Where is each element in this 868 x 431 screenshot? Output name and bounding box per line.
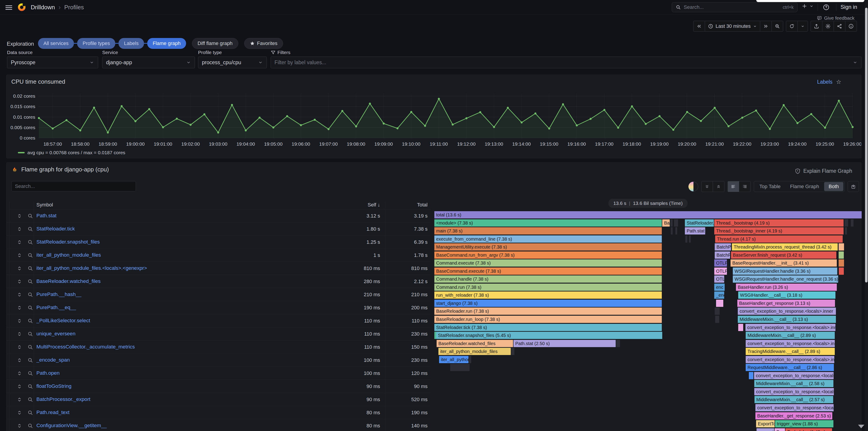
align-left-button[interactable] (728, 181, 739, 192)
row-search-icon[interactable] (27, 423, 33, 429)
row-expand-icon[interactable] (17, 370, 22, 376)
new-menu-button[interactable] (802, 3, 814, 9)
flame-frame[interactable]: Command.run (7.38 s) (434, 283, 662, 291)
table-row[interactable]: iter_all_python_module_files.<locals>.<g… (6, 262, 431, 275)
data-point[interactable] (93, 106, 95, 109)
flame-frame[interactable]: convert_exception_to_response.<locals>.i… (754, 372, 834, 379)
tab-diff-flame-graph[interactable]: Diff flame graph (192, 38, 238, 49)
symbol-link[interactable]: iter_all_python_module_files.<locals>.<g… (36, 265, 147, 271)
data-point[interactable] (314, 119, 316, 121)
color-scheme-button[interactable] (688, 182, 698, 191)
flame-frame-collapsed[interactable] (738, 324, 743, 331)
table-row[interactable]: BatchProcessor._export90 ms520 ms (6, 393, 431, 406)
row-expand-icon[interactable] (17, 423, 22, 429)
data-point[interactable] (424, 125, 426, 127)
row-search-icon[interactable] (27, 279, 33, 284)
data-point[interactable] (66, 119, 68, 121)
flame-frame-collapsed[interactable] (839, 259, 844, 267)
view-top-table[interactable]: Top Table (755, 182, 785, 191)
symbol-link[interactable]: iter_all_python_module_files (36, 252, 101, 258)
data-point[interactable] (755, 110, 757, 112)
data-point[interactable] (121, 105, 123, 107)
row-search-icon[interactable] (27, 239, 33, 245)
flame-frame[interactable]: iter_all_python_module_files.<locals>.<g… (439, 356, 468, 363)
symbol-link[interactable]: unique_everseen (36, 331, 75, 337)
table-row[interactable]: ConfigurationView.__getitem__80 ms140 ms (6, 419, 431, 431)
flame-frame[interactable]: MiddlewareMixin.__call__ (2.89 s) (746, 332, 835, 339)
symbol-link[interactable]: PurePath.__hash__ (36, 291, 82, 297)
collapse-all-button[interactable] (702, 181, 713, 192)
data-point[interactable] (521, 121, 523, 123)
flame-frame[interactable]: WSGIHandler.__call__ (3.18 s) (738, 291, 835, 299)
data-point[interactable] (852, 126, 854, 128)
table-row[interactable]: floatToGoString90 ms90 ms (6, 380, 431, 393)
data-point[interactable] (645, 123, 647, 125)
data-point[interactable] (493, 126, 495, 128)
column-self[interactable]: Self ↓ (368, 202, 380, 208)
breadcrumb-page[interactable]: Profiles (64, 4, 84, 11)
row-expand-icon[interactable] (17, 266, 22, 271)
flame-frame[interactable]: BaseReloader.watched_files (437, 340, 513, 347)
symbol-link[interactable]: ConfigurationView.__getitem__ (36, 423, 107, 429)
symbol-link[interactable]: Path.open (36, 370, 60, 376)
symbol-link[interactable]: StatReloader.tick (36, 226, 75, 232)
align-right-button[interactable] (739, 181, 750, 192)
flame-frame[interactable]: main (7.38 s) (434, 227, 662, 235)
data-point[interactable] (452, 123, 454, 125)
global-search[interactable]: ctrl+k (672, 2, 798, 12)
zoom-out-button[interactable] (772, 21, 783, 31)
flame-frame[interactable]: OTLP (714, 259, 727, 267)
flame-frame[interactable]: Task.delay (1.49 s) (785, 428, 832, 431)
data-point[interactable] (507, 107, 509, 109)
data-point[interactable] (438, 98, 440, 100)
flame-frame[interactable]: RequestMiddleware.__call__ (2.86 s) (746, 364, 834, 371)
row-expand-icon[interactable] (17, 344, 22, 350)
data-point[interactable] (190, 124, 192, 126)
time-shift-forward-button[interactable] (760, 21, 772, 31)
flame-frame[interactable]: ExportTo (756, 420, 775, 427)
data-point[interactable] (300, 124, 302, 126)
flame-frame[interactable]: OTLP (714, 268, 727, 275)
flame-frame[interactable]: trigger_view (1.88 s) (775, 420, 833, 427)
row-search-icon[interactable] (27, 226, 33, 232)
flame-frame-collapsed[interactable] (689, 236, 691, 243)
flame-frame-collapsed[interactable] (674, 219, 678, 226)
table-row[interactable]: unique_everseen110 ms230 ms (6, 328, 431, 341)
data-point[interactable] (397, 127, 399, 129)
flame-frame-collapsed[interactable] (839, 251, 844, 259)
data-point[interactable] (134, 120, 136, 122)
scroll-down-indicator[interactable] (858, 425, 864, 428)
flame-frame[interactable]: BaseHandler.get_response (3.13 s) (737, 300, 835, 307)
row-search-icon[interactable] (27, 410, 33, 415)
flame-frame[interactable]: Thread._bootstrap_inner (4.19 s) (714, 227, 844, 235)
flame-frame[interactable]: ManagementUtility.execute (7.38 s) (434, 243, 662, 251)
chart-legend[interactable]: avg cpu = 0.00768 cores / max = 0.0187 c… (18, 150, 125, 155)
flame-frame[interactable]: start_django (7.38 s) (434, 300, 662, 307)
data-point[interactable] (838, 100, 840, 102)
flame-frame[interactable]: Command.handle (7.38 s) (434, 275, 662, 283)
data-point[interactable] (410, 111, 412, 113)
table-row[interactable]: StatReloader.tick1.80 s7.38 s (6, 222, 431, 236)
table-row[interactable]: StatReloader.snapshot_files1.25 s6.39 s (6, 236, 431, 249)
tab-labels[interactable]: Labels (119, 38, 144, 49)
view-both[interactable]: Both (824, 182, 843, 191)
flame-frame[interactable]: Path.stat (685, 227, 705, 235)
row-search-icon[interactable] (27, 383, 33, 390)
row-expand-icon[interactable] (17, 397, 22, 402)
data-point[interactable] (548, 127, 550, 130)
info-button[interactable] (845, 21, 857, 31)
label-filters-input[interactable] (275, 59, 852, 66)
refresh-button[interactable] (786, 21, 798, 31)
row-search-icon[interactable] (27, 305, 33, 311)
settings-button[interactable] (822, 21, 834, 31)
global-search-input[interactable] (684, 4, 780, 10)
data-point[interactable] (534, 113, 536, 115)
data-point[interactable] (700, 120, 702, 122)
flame-frame[interactable]: BaseReloader.run (7.38 s) (434, 308, 662, 315)
share-button[interactable] (834, 21, 845, 31)
data-point[interactable] (797, 122, 799, 124)
flame-frame[interactable]: <module> (7.38 s) (434, 219, 662, 226)
row-expand-icon[interactable] (17, 252, 22, 258)
data-point[interactable] (631, 105, 633, 107)
tab-profile-types[interactable]: Profile types (77, 38, 115, 49)
